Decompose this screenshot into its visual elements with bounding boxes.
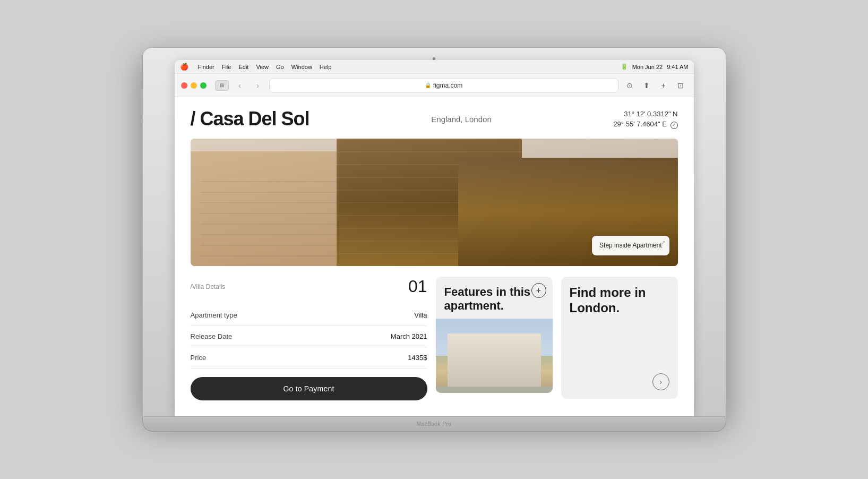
coords-line2: 29° 55' 7.4604" E ✓ [613,119,677,130]
menu-help[interactable]: Help [320,64,332,70]
release-date-value: March 2021 [323,326,427,347]
address-bar[interactable]: 🔒 figma.com [269,78,618,93]
hero-image: ʷ ʷ ʷ ↗ Step inside Apartment [191,139,678,266]
menubar-time: 9:41 AM [667,64,688,70]
step-inside-text: Step inside Apartment [599,242,661,249]
menu-view[interactable]: View [256,64,269,70]
table-row: Apartment type Villa [191,305,427,326]
minimize-button[interactable] [191,82,197,89]
details-table: Apartment type Villa Release Date March … [191,305,427,369]
villa-details: /Villa Details 01 Apartment type Villa R… [191,277,427,400]
lock-icon: 🔒 [425,82,431,88]
site-title: / Casa Del Sol [191,108,310,130]
laptop-shell: 🍎 Finder File Edit View Go Window Help 🔋… [142,47,726,432]
villa-number: 01 [408,277,427,296]
payment-button[interactable]: Go to Payment [191,377,427,400]
menu-finder[interactable]: Finder [198,64,214,70]
browser-window: 🍎 Finder File Edit View Go Window Help 🔋… [175,60,694,416]
laptop-base-label: MacBook Pro [417,421,452,427]
sidebar-toggle[interactable]: ⊞ [215,80,229,91]
apple-menu[interactable]: 🍎 [180,63,188,71]
release-date-label: Release Date [191,326,324,347]
price-label: Price [191,347,324,369]
birds-decoration: ʷ ʷ ʷ [603,161,619,167]
apartment-type-label: Apartment type [191,305,324,326]
forward-button[interactable]: › [251,79,265,92]
menubar: 🍎 Finder File Edit View Go Window Help 🔋… [175,60,694,74]
bottom-section: /Villa Details 01 Apartment type Villa R… [191,277,678,400]
menu-file[interactable]: File [222,64,231,70]
coords-line1: 31° 12' 0.3312" N [613,109,677,119]
reader-button[interactable]: ⊙ [623,79,637,92]
battery-icon: 🔋 [621,63,628,70]
menubar-right: 🔋 Mon Jun 22 9:41 AM [621,63,689,70]
site-coords: 31° 12' 0.3312" N 29° 55' 7.4604" E ✓ [613,109,677,130]
site-content: / Casa Del Sol England, London 31° 12' 0… [175,97,694,416]
back-button[interactable]: ‹ [233,79,247,92]
step-inside-card[interactable]: ↗ Step inside Apartment [592,236,669,255]
browser-actions: ⊙ ⬆ + ⊡ [623,79,687,92]
find-card-title: Find more in London. [570,285,669,316]
tabs-button[interactable]: ⊡ [674,79,687,92]
laptop-body: 🍎 Finder File Edit View Go Window Help 🔋… [142,47,726,417]
site-location: England, London [431,115,491,124]
share-button[interactable]: ⬆ [640,79,654,92]
new-tab-button[interactable]: + [657,79,671,92]
road-line [436,387,553,393]
verify-icon: ✓ [671,122,678,129]
feature-image [436,319,553,393]
close-button[interactable] [181,82,187,89]
feature-card-title: Features in this apartment. [444,285,544,313]
feature-card-top: Features in this apartment. + [436,277,553,313]
table-row: Release Date March 2021 [191,326,427,347]
url-text: figma.com [433,82,462,89]
price-value: 1435$ [323,347,427,369]
maximize-button[interactable] [200,82,207,89]
villa-details-header: /Villa Details 01 [191,277,427,296]
traffic-lights [181,82,207,89]
menu-edit[interactable]: Edit [238,64,248,70]
table-row: Price 1435$ [191,347,427,369]
site-header: / Casa Del Sol England, London 31° 12' 0… [191,108,678,130]
browser-chrome: ⊞ ‹ › 🔒 figma.com ⊙ ⬆ + ⊡ [175,74,694,97]
villa-label: /Villa Details [191,283,226,290]
menu-window[interactable]: Window [291,64,312,70]
find-card-arrow-button[interactable]: › [652,373,669,390]
menubar-date: Mon Jun 22 [632,64,663,70]
laptop-base: MacBook Pro [142,417,726,432]
menu-go[interactable]: Go [276,64,284,70]
feature-card: Features in this apartment. + [436,277,553,393]
expand-icon: ↗ [661,239,665,246]
apartment-type-value: Villa [323,305,427,326]
find-card: Find more in London. › [561,277,678,399]
feature-plus-button[interactable]: + [531,283,546,298]
feature-building [448,333,541,393]
